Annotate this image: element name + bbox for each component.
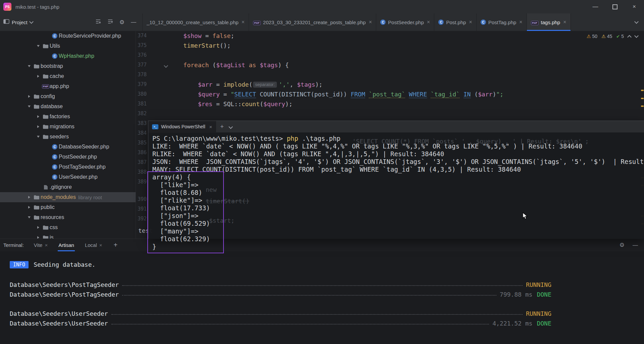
chevron-collapsed-icon[interactable] bbox=[35, 226, 42, 229]
tree-item[interactable]: seeders bbox=[0, 132, 136, 142]
powershell-console[interactable]: PS C:\laragon\www\miko.test\tests> php .… bbox=[148, 133, 644, 241]
project-panel-header: Project ⚙ — bbox=[0, 13, 143, 31]
weak-warnings-count[interactable]: ⚠45 bbox=[601, 34, 612, 39]
close-tab-icon[interactable]: × bbox=[427, 19, 430, 25]
close-tab-icon[interactable]: × bbox=[563, 19, 566, 25]
chevron-collapsed-icon[interactable] bbox=[35, 75, 42, 78]
typo-count[interactable]: ✔5 bbox=[616, 34, 624, 39]
maximize-icon bbox=[612, 4, 617, 9]
inspections-widget[interactable]: ⚠50 ⚠45 ✔5 bbox=[587, 34, 638, 39]
project-panel-icon[interactable] bbox=[3, 19, 9, 26]
tree-item[interactable]: CDatabaseSeeder.php bbox=[0, 142, 136, 152]
close-tab-icon[interactable]: × bbox=[469, 19, 472, 25]
tab-Post.php[interactable]: CPost.php× bbox=[434, 13, 477, 31]
tabs-overflow-icon[interactable] bbox=[629, 13, 644, 31]
chevron-expanded-icon[interactable] bbox=[26, 105, 33, 108]
chevron-expanded-icon[interactable] bbox=[26, 65, 33, 67]
tab-_10_12_000000_create_users_table.php[interactable]: _10_12_000000_create_users_table.php× bbox=[143, 13, 249, 31]
chevron-collapsed-icon[interactable] bbox=[35, 125, 42, 128]
tab-2023_03_30_233201_create_posts_table.php[interactable]: PHP2023_03_30_233201_create_posts_table.… bbox=[249, 13, 376, 31]
next-problem-icon[interactable] bbox=[634, 34, 639, 38]
fold-marker-icon[interactable] bbox=[164, 62, 167, 69]
tab-tags.php[interactable]: PHPtags.php× bbox=[527, 13, 571, 31]
tree-item[interactable]: CRouteServiceProvider.php bbox=[0, 31, 136, 41]
class-icon: C bbox=[438, 19, 444, 25]
console-output-line: LIKE: WHERE `date` < NOW() AND ( tags LI… bbox=[152, 142, 644, 150]
stripe-mark[interactable] bbox=[641, 105, 644, 107]
project-selector[interactable]: Project bbox=[12, 19, 28, 25]
tree-item[interactable]: CPostTagSeeder.php bbox=[0, 162, 136, 172]
panel-settings-icon[interactable]: ⚙ bbox=[119, 19, 125, 25]
class-icon: C bbox=[481, 19, 486, 25]
project-panel-tools: ⚙ — bbox=[95, 19, 139, 26]
warnings-count[interactable]: ⚠50 bbox=[587, 34, 597, 39]
terminal-session-options-icon[interactable] bbox=[229, 124, 232, 130]
chevron-expanded-icon[interactable] bbox=[35, 45, 42, 47]
seeder-rows: Database\Seeders\PostTagSeederRUNNINGDat… bbox=[10, 278, 644, 327]
new-terminal-button[interactable]: + bbox=[114, 241, 118, 249]
php-icon: PHP bbox=[531, 19, 539, 25]
tree-item[interactable]: css bbox=[0, 222, 136, 232]
close-tab-icon[interactable]: × bbox=[369, 19, 372, 25]
tree-item[interactable]: CUserSeeder.php bbox=[0, 172, 136, 182]
code-line: foreach ($tagList as $tags) { bbox=[169, 60, 503, 70]
minimize-button[interactable]: — bbox=[586, 0, 605, 13]
tab-PostTag.php[interactable]: CPostTag.php× bbox=[477, 13, 527, 31]
class-icon: C bbox=[51, 164, 59, 170]
close-terminal-tab-icon[interactable]: × bbox=[45, 242, 48, 248]
var-dump-line: float(62.329) bbox=[152, 235, 644, 243]
new-terminal-session-icon[interactable]: + bbox=[220, 123, 224, 130]
tree-item[interactable]: CWpHasher.php bbox=[0, 51, 136, 61]
tree-item[interactable]: cache bbox=[0, 71, 136, 81]
powershell-tab[interactable]: >_ Windows PowerShell × bbox=[148, 121, 216, 132]
chevron-collapsed-icon[interactable] bbox=[26, 95, 33, 98]
console-lines: PS C:\laragon\www\miko.test\tests> php .… bbox=[152, 135, 644, 251]
project-tree: CRouteServiceProvider.phpUtilsCWpHasher.… bbox=[0, 31, 136, 239]
close-tab-icon[interactable]: × bbox=[519, 19, 522, 25]
close-terminal-tab-icon[interactable]: × bbox=[209, 124, 212, 130]
terminal-tab-local[interactable]: Local× bbox=[84, 239, 103, 251]
close-terminal-tab-icon[interactable]: × bbox=[99, 242, 102, 248]
class-icon: C bbox=[51, 174, 59, 180]
mouse-cursor bbox=[522, 212, 529, 220]
close-tab-icon[interactable]: × bbox=[242, 19, 245, 25]
tree-item[interactable]: node_moduleslibrary root bbox=[0, 192, 136, 202]
folder-icon bbox=[33, 94, 41, 99]
stripe-mark[interactable] bbox=[641, 90, 644, 91]
expand-all-icon[interactable] bbox=[95, 19, 101, 26]
chevron-expanded-icon[interactable] bbox=[26, 216, 33, 218]
prev-problem-icon[interactable] bbox=[627, 35, 632, 39]
php-icon: PHP bbox=[253, 19, 261, 25]
seeder-row: Database\Seeders\PostTagSeederRUNNING bbox=[10, 278, 551, 288]
code-line bbox=[169, 70, 503, 80]
maximize-button[interactable] bbox=[605, 0, 625, 13]
tree-item[interactable]: CPostSeeder.php bbox=[0, 152, 136, 162]
terminal-tab-vite[interactable]: Vite× bbox=[33, 239, 48, 251]
collapse-all-icon[interactable] bbox=[107, 19, 113, 26]
tree-item[interactable]: PHPapp.php bbox=[0, 81, 136, 91]
tree-item[interactable]: public bbox=[0, 202, 136, 212]
gitignore-icon bbox=[42, 185, 50, 190]
window-title: miko.test - tags.php bbox=[15, 4, 59, 10]
tree-item[interactable]: .gitignore bbox=[0, 182, 136, 192]
chevron-collapsed-icon[interactable] bbox=[35, 115, 42, 118]
chevron-collapsed-icon[interactable] bbox=[35, 236, 42, 239]
tree-item[interactable]: factories bbox=[0, 112, 136, 122]
terminal-output[interactable]: INFO Seeding database. Database\Seeders\… bbox=[0, 251, 644, 344]
tree-item[interactable]: bootstrap bbox=[0, 61, 136, 71]
chevron-collapsed-icon[interactable] bbox=[26, 196, 33, 199]
tree-item[interactable]: resources bbox=[0, 212, 136, 222]
floating-terminal-window[interactable]: >_ Windows PowerShell × + PS C:\laragon\… bbox=[148, 121, 644, 239]
tree-item[interactable]: migrations bbox=[0, 122, 136, 132]
terminal-tab-artisan[interactable]: Artisan bbox=[58, 239, 75, 251]
tree-item[interactable]: database bbox=[0, 101, 136, 112]
chevron-collapsed-icon[interactable] bbox=[26, 206, 33, 209]
tree-item[interactable]: js bbox=[0, 232, 136, 239]
tree-item[interactable]: config bbox=[0, 91, 136, 101]
tree-item[interactable]: Utils bbox=[0, 41, 136, 51]
hide-panel-icon[interactable]: — bbox=[131, 19, 136, 25]
close-button[interactable]: × bbox=[625, 0, 644, 13]
tab-PostSeeder.php[interactable]: CPostSeeder.php× bbox=[376, 13, 434, 31]
chevron-expanded-icon[interactable] bbox=[35, 136, 42, 138]
stripe-mark[interactable] bbox=[641, 98, 644, 99]
